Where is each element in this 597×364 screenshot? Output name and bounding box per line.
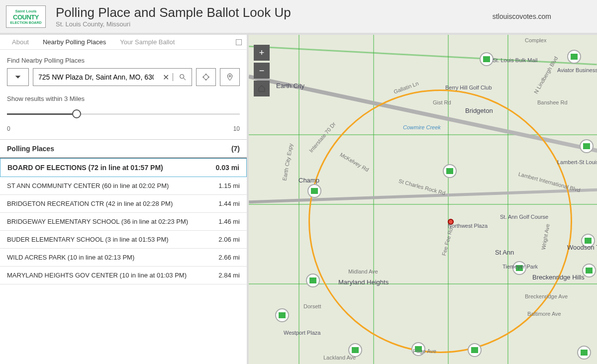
- result-distance: 2.06 mi: [218, 236, 240, 243]
- sidebar: About Nearby Polling Places Your Sample …: [0, 35, 249, 364]
- locate-me-button[interactable]: [196, 68, 216, 86]
- radius-label: Show results within 3 Miles: [7, 95, 240, 102]
- result-name: BRIDGEWAY ELEMENTARY SCHOOL (36 in line …: [7, 218, 188, 225]
- map-label: Aviator Business Park: [557, 67, 597, 73]
- drop-pin-button[interactable]: [220, 68, 240, 86]
- result-row[interactable]: MARYLAND HEIGHTS GOV CENTER (10 in line …: [0, 267, 247, 284]
- map-label: Westport Plaza: [284, 330, 320, 336]
- radius-slider[interactable]: [7, 107, 240, 122]
- collapse-panel-button[interactable]: [236, 39, 242, 45]
- page-subtitle: St. Louis County, Missouri: [56, 20, 463, 28]
- crosshair-icon: [202, 73, 210, 81]
- slider-min: 0: [7, 125, 10, 132]
- map-label: Cowmire Creek: [403, 124, 441, 130]
- result-row[interactable]: BUDER ELEMENTARY SCHOOL (3 in line at 01…: [0, 231, 247, 249]
- polling-marker[interactable]: [577, 346, 591, 360]
- polling-marker[interactable]: [275, 308, 289, 322]
- map-label: Midland Ave: [348, 269, 378, 274]
- search-input-wrap: ✕: [33, 68, 192, 86]
- search-button[interactable]: [173, 73, 192, 81]
- result-row[interactable]: WILD ACRES PARK (10 in line at 02:13 PM)…: [0, 249, 247, 267]
- polling-marker[interactable]: [307, 184, 321, 198]
- result-row[interactable]: BRIDGETON RECREATION CTR (42 in line at …: [0, 195, 247, 213]
- result-name: BUDER ELEMENTARY SCHOOL (3 in line at 01…: [7, 236, 169, 243]
- svg-point-2: [203, 75, 208, 79]
- map-label: Earth City: [276, 82, 304, 90]
- map-label: St. Louis Bulk Mail: [493, 57, 537, 63]
- map-label: St Ann: [495, 249, 514, 256]
- home-extent-button[interactable]: [254, 81, 270, 96]
- map-label: Breckenridge Hills: [532, 273, 585, 281]
- ballot-box-icon: [352, 347, 359, 353]
- ballot-box-icon: [583, 143, 590, 149]
- map-label: Northwest Plaza: [448, 223, 488, 229]
- map-label: Champ: [298, 177, 319, 184]
- map-label: Tiemeyer Park: [502, 264, 538, 270]
- county-logo: Saint Louis COUNTY ELECTION BOARD: [6, 5, 46, 28]
- ballot-box-icon: [311, 188, 318, 194]
- search-dropdown-button[interactable]: [7, 68, 29, 86]
- polling-marker[interactable]: [480, 52, 494, 66]
- svg-point-0: [180, 75, 184, 79]
- polling-marker[interactable]: [443, 164, 457, 178]
- result-row[interactable]: ST ANN COMMUNITY CENTER (60 in line at 0…: [0, 177, 247, 195]
- ballot-box-icon: [471, 347, 478, 353]
- map-label: Lambert-St Louis Int'l Airport: [557, 159, 597, 165]
- map-label: Baltimore Ave: [527, 311, 561, 317]
- map-label: Bridgeton: [465, 107, 493, 114]
- chevron-down-icon: [14, 73, 22, 81]
- clear-input-button[interactable]: ✕: [159, 73, 173, 82]
- ballot-box-icon: [309, 277, 316, 283]
- result-name: ST ANN COMMUNITY CENTER (60 in line at 0…: [7, 182, 169, 189]
- polling-marker[interactable]: [306, 273, 320, 287]
- result-name: WILD ACRES PARK (10 in line at 02:13 PM): [7, 254, 134, 261]
- polling-marker[interactable]: [468, 343, 482, 357]
- map-canvas[interactable]: + − Earth City Champ Bridgeton St Ann Ma…: [249, 35, 597, 364]
- map-label: Banshee Rd: [537, 99, 568, 105]
- title-block: Polling Place and Sample Ballot Look Up …: [56, 5, 463, 28]
- search-icon: [179, 73, 187, 81]
- results-count: (7): [231, 145, 240, 153]
- polling-marker[interactable]: [567, 50, 581, 64]
- result-distance: 1.44 mi: [218, 200, 240, 207]
- slider-thumb[interactable]: [72, 109, 81, 118]
- slider-max: 10: [233, 125, 240, 132]
- tab-nearby[interactable]: Nearby Polling Places: [36, 35, 113, 49]
- polling-marker[interactable]: [580, 139, 594, 153]
- map-label: Complex: [525, 37, 546, 43]
- result-row[interactable]: BRIDGEWAY ELEMENTARY SCHOOL (36 in line …: [0, 213, 247, 231]
- ballot-box-icon: [446, 168, 453, 174]
- search-row: ✕: [7, 68, 240, 86]
- zoom-in-button[interactable]: +: [254, 45, 270, 61]
- ballot-box-icon: [483, 56, 490, 62]
- ballot-box-icon: [581, 350, 588, 356]
- ballot-box-icon: [279, 312, 286, 318]
- map-controls: + −: [254, 45, 270, 96]
- ballot-box-icon: [585, 238, 592, 244]
- result-name: BOARD OF ELECTIONS (72 in line at 01:57 …: [7, 164, 163, 172]
- map-label: Breckenridge Ave: [525, 293, 568, 299]
- result-row[interactable]: BOARD OF ELECTIONS (72 in line at 01:57 …: [0, 158, 247, 177]
- result-name: BRIDGETON RECREATION CTR (42 in line at …: [7, 200, 173, 207]
- result-distance: 2.84 mi: [218, 272, 240, 279]
- map-label: Gist Rd: [433, 99, 451, 105]
- map-label: Maryland Heights: [338, 278, 389, 286]
- map-label: St. Ann Golf Course: [500, 214, 548, 220]
- address-input[interactable]: [33, 73, 159, 81]
- tab-ballot[interactable]: Your Sample Ballot: [113, 35, 182, 49]
- result-name: MARYLAND HEIGHTS GOV CENTER (10 in line …: [7, 272, 187, 279]
- find-label: Find Nearby Polling Places: [7, 57, 240, 64]
- app-header: Saint Louis COUNTY ELECTION BOARD Pollin…: [0, 0, 597, 35]
- result-distance: 2.66 mi: [218, 254, 240, 261]
- map-label: Page Ave: [413, 348, 436, 354]
- result-distance: 1.46 mi: [218, 218, 240, 225]
- svg-point-7: [229, 75, 230, 77]
- zoom-out-button[interactable]: −: [254, 63, 270, 79]
- map-label: Lackland Ave: [323, 355, 356, 361]
- ballot-box-icon: [586, 268, 593, 273]
- map-label: Dorsett: [303, 303, 321, 309]
- map-label: Woodson Terr: [567, 244, 597, 251]
- tab-about[interactable]: About: [5, 35, 36, 49]
- page-title: Polling Place and Sample Ballot Look Up: [56, 5, 463, 20]
- result-distance: 1.15 mi: [218, 182, 240, 189]
